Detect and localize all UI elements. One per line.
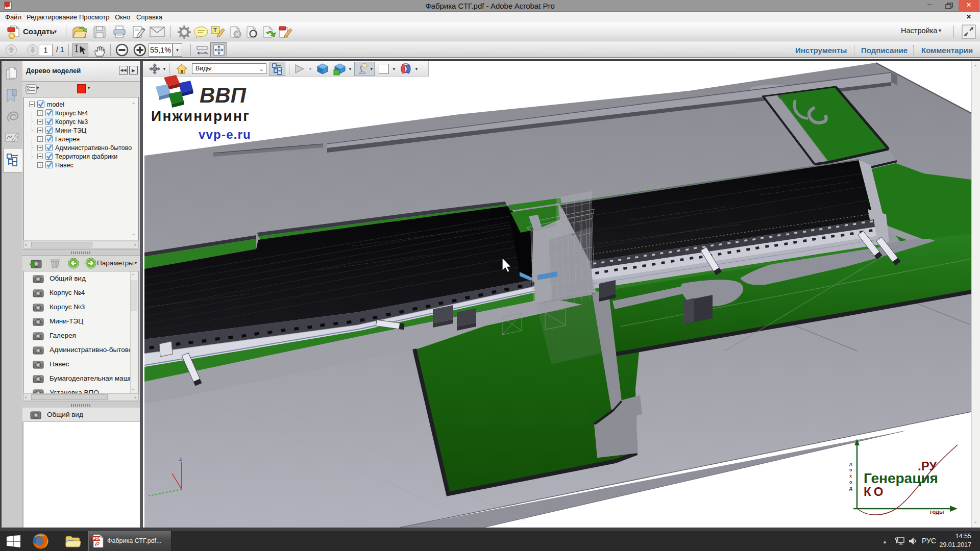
svg-text:о: о xyxy=(849,480,852,485)
svg-text:.РУ: .РУ xyxy=(918,459,937,473)
svg-text:vvp-e.ru: vvp-e.ru xyxy=(199,128,251,141)
svg-text:ВВП: ВВП xyxy=(200,83,247,107)
svg-text:д: д xyxy=(849,486,852,491)
svg-text:КО: КО xyxy=(864,485,886,498)
svg-text:д: д xyxy=(849,461,852,466)
svg-text:T: T xyxy=(213,27,217,33)
svg-text:PDF: PDF xyxy=(93,536,101,541)
svg-text:Z: Z xyxy=(179,457,182,462)
svg-text:о: о xyxy=(849,467,852,472)
svg-text:х: х xyxy=(849,473,852,479)
svg-text:годы: годы xyxy=(930,509,944,515)
svg-text:Инжиниринг: Инжиниринг xyxy=(151,108,250,124)
